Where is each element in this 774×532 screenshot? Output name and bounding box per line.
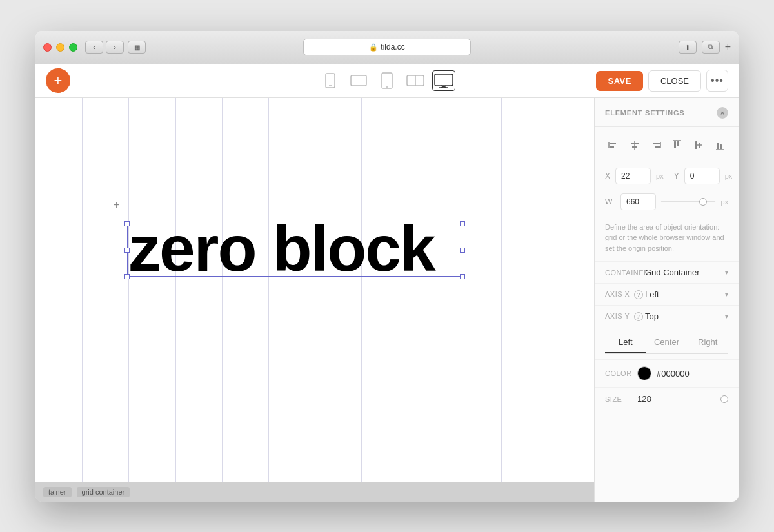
more-options-button[interactable]: •••	[706, 70, 728, 92]
axis-y-label: AXIS Y ?	[605, 312, 645, 321]
align-bottom-icon[interactable]	[711, 136, 729, 154]
traffic-lights	[43, 43, 77, 52]
axis-x-help-icon[interactable]: ?	[634, 290, 643, 299]
grid-lines	[35, 98, 594, 482]
svg-rect-24	[695, 141, 697, 149]
main-area: zero block tainer grid container ELE	[35, 98, 739, 502]
resize-handle-bl[interactable]	[124, 274, 130, 279]
canvas-content: zero block	[35, 98, 594, 482]
add-element-dashed-ring	[46, 68, 70, 93]
maximize-window-btn[interactable]	[69, 43, 77, 52]
y-input[interactable]	[684, 168, 720, 184]
crosshair-cursor	[116, 204, 129, 217]
resize-handle-ml[interactable]	[124, 248, 130, 253]
sidebar-toggle-btn[interactable]: ▦	[128, 41, 146, 54]
svg-rect-28	[720, 144, 722, 149]
add-tab-icon[interactable]: +	[725, 41, 731, 53]
color-value: #000000	[657, 369, 690, 379]
device-mobile-portrait[interactable]	[319, 70, 342, 91]
axis-y-dropdown-arrow[interactable]: ▾	[725, 313, 728, 320]
align-center-h-icon[interactable]	[626, 136, 644, 154]
svg-rect-18	[653, 143, 660, 144]
alignment-icons-row	[595, 127, 739, 161]
align-middle-v-icon[interactable]	[690, 136, 708, 154]
device-tablet-landscape[interactable]	[347, 70, 370, 91]
breadcrumb-bar: tainer grid container	[35, 482, 594, 502]
ellipsis-icon: •••	[711, 75, 724, 86]
size-slider-dot[interactable]	[720, 395, 728, 403]
svg-rect-19	[655, 146, 660, 148]
breadcrumb-container[interactable]: tainer	[43, 487, 72, 497]
container-value: Grid Container	[645, 268, 725, 277]
w-input[interactable]	[620, 193, 656, 210]
tab-center[interactable]: Center	[646, 332, 688, 353]
svg-rect-16	[632, 146, 637, 148]
axis-y-setting-row: AXIS Y ? Top ▾	[595, 305, 739, 327]
new-tab-btn[interactable]: ⧉	[702, 41, 720, 54]
text-block-content[interactable]: zero block	[128, 216, 435, 281]
tab-left[interactable]: Left	[605, 332, 646, 353]
url-text: tilda.cc	[381, 43, 404, 52]
tab-right[interactable]: Right	[687, 332, 728, 353]
resize-handle-tr[interactable]	[460, 221, 465, 226]
axis-y-help-icon[interactable]: ?	[634, 312, 643, 321]
axis-y-value: Top	[645, 311, 725, 321]
device-tablet-portrait[interactable]	[375, 70, 399, 91]
size-label: SIZE	[605, 395, 637, 403]
x-unit: px	[656, 172, 664, 180]
close-button[interactable]: CLOSE	[648, 70, 701, 92]
toolbar-right: SAVE CLOSE •••	[596, 70, 728, 92]
container-setting-row: CONTAINER Grid Container ▾	[595, 261, 739, 283]
position-xy-row: X px Y px	[595, 161, 739, 191]
breadcrumb-grid-container[interactable]: grid container	[77, 487, 130, 497]
mac-window: ‹ › ▦ 🔒 tilda.cc ⬆ ⧉ + +	[35, 31, 739, 502]
back-btn[interactable]: ‹	[85, 41, 103, 54]
container-dropdown-arrow[interactable]: ▾	[725, 269, 728, 276]
axis-x-label: AXIS X ?	[605, 290, 645, 299]
share-btn[interactable]: ⬆	[679, 41, 697, 54]
text-block-wrapper[interactable]: zero block	[127, 224, 462, 277]
y-unit: px	[725, 172, 733, 180]
axis-x-dropdown-arrow[interactable]: ▾	[725, 291, 728, 298]
device-desktop[interactable]	[432, 70, 455, 91]
align-right-icon[interactable]	[647, 136, 665, 154]
svg-rect-25	[699, 143, 700, 148]
panel-title: ELEMENT SETTINGS	[605, 109, 684, 117]
w-label: W	[605, 197, 615, 206]
device-icons-group	[319, 70, 455, 91]
resize-handle-br[interactable]	[460, 274, 465, 279]
app-toolbar: +	[35, 64, 739, 98]
svg-rect-21	[674, 141, 676, 148]
w-slider[interactable]	[661, 201, 715, 202]
panel-close-button[interactable]: ×	[717, 107, 728, 119]
svg-rect-7	[435, 74, 453, 86]
save-button[interactable]: SAVE	[596, 71, 642, 91]
close-window-btn[interactable]	[43, 43, 52, 52]
svg-rect-12	[610, 143, 616, 144]
resize-handle-tl[interactable]	[124, 221, 130, 226]
minimize-window-btn[interactable]	[56, 43, 64, 52]
width-row: W px	[595, 191, 739, 217]
canvas-area[interactable]: zero block tainer grid container	[35, 98, 594, 502]
resize-handle-mr[interactable]	[460, 248, 465, 253]
size-value: 128	[637, 394, 720, 404]
device-split-view[interactable]	[404, 70, 427, 91]
x-label: X	[605, 172, 610, 181]
nav-buttons: ‹ ›	[85, 41, 124, 54]
address-bar[interactable]: 🔒 tilda.cc	[303, 39, 471, 55]
align-top-icon[interactable]	[668, 136, 686, 154]
w-slider-thumb[interactable]	[699, 198, 707, 206]
svg-rect-27	[717, 143, 719, 149]
svg-rect-22	[677, 141, 679, 146]
align-left-icon[interactable]	[604, 136, 622, 154]
size-row: SIZE 128	[595, 387, 739, 410]
x-input[interactable]	[615, 168, 651, 184]
color-swatch[interactable]	[637, 366, 651, 380]
panel-header: ELEMENT SETTINGS ×	[595, 98, 739, 127]
svg-rect-15	[631, 143, 639, 144]
y-label: Y	[674, 172, 679, 181]
forward-btn[interactable]: ›	[106, 41, 124, 54]
svg-rect-3	[382, 73, 392, 88]
color-row: COLOR #000000	[595, 359, 739, 387]
title-bar-right: ⬆ ⧉ +	[679, 41, 731, 54]
